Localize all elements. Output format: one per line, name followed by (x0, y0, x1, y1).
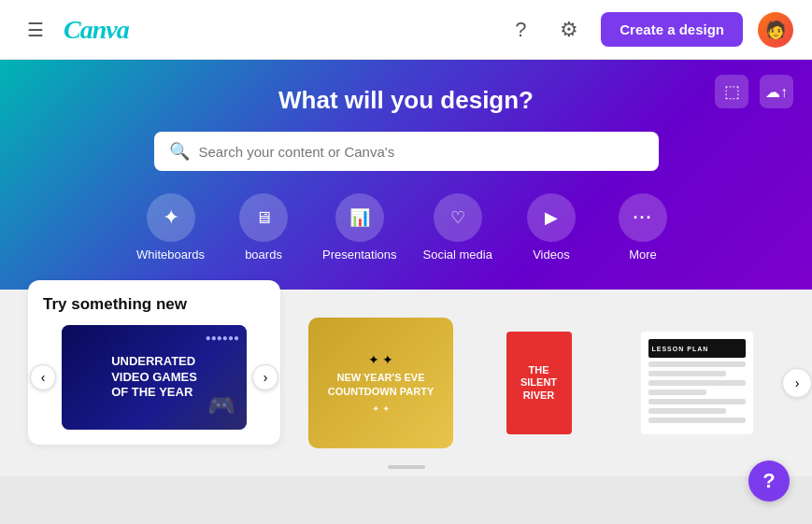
carousel-prev-button[interactable]: ‹ (30, 364, 56, 390)
category-social-media[interactable]: ♡ Social media (423, 193, 492, 262)
category-boards[interactable]: 🖥 boards (231, 193, 296, 262)
help-icon-button[interactable]: ? (504, 13, 537, 47)
hamburger-menu[interactable]: ☰ (19, 13, 52, 47)
crop-icon: ⬚ (724, 81, 740, 102)
try-new-card: ●●●●●● UNDERRATED VIDEO GAMES OF THE YEA… (62, 325, 247, 430)
videos-label: Videos (533, 248, 570, 262)
canva-logo: Canva (64, 15, 492, 45)
avatar[interactable]: 🧑 (758, 12, 793, 48)
try-new-title: Try something new (43, 295, 265, 314)
lesson-card-inner: LESSON PLAN (641, 332, 753, 434)
lesson-line-1 (648, 361, 746, 367)
help-button[interactable]: ? (748, 460, 790, 502)
presentations-label: Presentations (322, 248, 397, 262)
social-media-icon: ♡ (434, 193, 482, 242)
lesson-line-4 (648, 389, 706, 395)
cards-next-button[interactable]: › (782, 368, 812, 398)
category-presentations[interactable]: 📊 Presentations (322, 193, 397, 262)
create-design-button[interactable]: Create a design (601, 12, 743, 47)
search-input[interactable] (199, 144, 644, 160)
whiteboards-icon: ✦ (147, 193, 195, 242)
lesson-line-3 (648, 380, 746, 386)
hero-banner: ⬚ ☁↑ What will you design? 🔍 ✦ Whiteboar… (0, 60, 812, 290)
drag-indicator (388, 465, 425, 469)
try-card-text: UNDERRATED VIDEO GAMES OF THE YEAR (100, 343, 208, 413)
boards-label: boards (245, 248, 282, 262)
gear-icon: ⚙ (560, 18, 578, 42)
lesson-title-text: LESSON PLAN (652, 346, 709, 352)
hero-top-icons: ⬚ ☁↑ (715, 75, 793, 108)
lesson-line-6 (648, 408, 726, 414)
help-circle-icon: ? (515, 18, 526, 42)
design-cards-row: ✦ ✦ NEW YEAR'S EVE COUNTDOWN PARTY ✦ ✦ T… (308, 308, 812, 458)
boards-icon: 🖥 (239, 193, 288, 242)
settings-button[interactable]: ⚙ (552, 13, 586, 47)
social-media-label: Social media (423, 248, 492, 262)
upload-icon-button[interactable]: ☁↑ (760, 75, 793, 108)
header-icons: ? ⚙ Create a design 🧑 (504, 12, 793, 48)
lesson-line-2 (648, 371, 726, 376)
category-videos[interactable]: ▶ Videos (519, 193, 584, 262)
upload-icon: ☁↑ (765, 83, 788, 101)
design-card-lesson[interactable]: LESSON PLAN (624, 318, 769, 448)
videos-icon: ▶ (527, 193, 576, 242)
design-card-gold[interactable]: ✦ ✦ NEW YEAR'S EVE COUNTDOWN PARTY ✦ ✦ (308, 318, 453, 448)
gold-card-title: NEW YEAR'S EVE COUNTDOWN PARTY (318, 371, 444, 398)
red-book: THE SILENT RIVER (506, 332, 572, 434)
presentations-icon: 📊 (335, 193, 384, 242)
more-label: More (629, 248, 657, 262)
hamburger-icon: ☰ (27, 19, 44, 41)
lesson-line-5 (648, 399, 746, 404)
search-bar: 🔍 (154, 132, 659, 171)
crop-icon-button[interactable]: ⬚ (715, 75, 748, 108)
more-icon: ··· (619, 193, 667, 242)
category-whiteboards[interactable]: ✦ Whiteboards (136, 193, 205, 262)
whiteboards-label: Whiteboards (136, 248, 205, 262)
lesson-line-7 (648, 418, 746, 423)
carousel-next-button[interactable]: › (252, 364, 278, 390)
categories-row: ✦ Whiteboards 🖥 boards 📊 Presentations ♡… (19, 193, 793, 271)
gold-card-content: ✦ ✦ NEW YEAR'S EVE COUNTDOWN PARTY ✦ ✦ (308, 343, 453, 423)
lesson-title-bar: LESSON PLAN (648, 339, 746, 358)
red-book-title: THE SILENT RIVER (514, 364, 564, 402)
main-content: Try something new ‹ ●●●●●● UNDERRATED VI… (0, 290, 812, 476)
try-something-new-panel: Try something new ‹ ●●●●●● UNDERRATED VI… (28, 280, 280, 445)
hero-title: What will you design? (19, 86, 793, 115)
category-more[interactable]: ··· More (610, 193, 676, 262)
search-icon: 🔍 (169, 141, 190, 162)
design-card-book[interactable]: THE SILENT RIVER (466, 318, 611, 448)
header: ☰ Canva ? ⚙ Create a design 🧑 (0, 0, 812, 60)
